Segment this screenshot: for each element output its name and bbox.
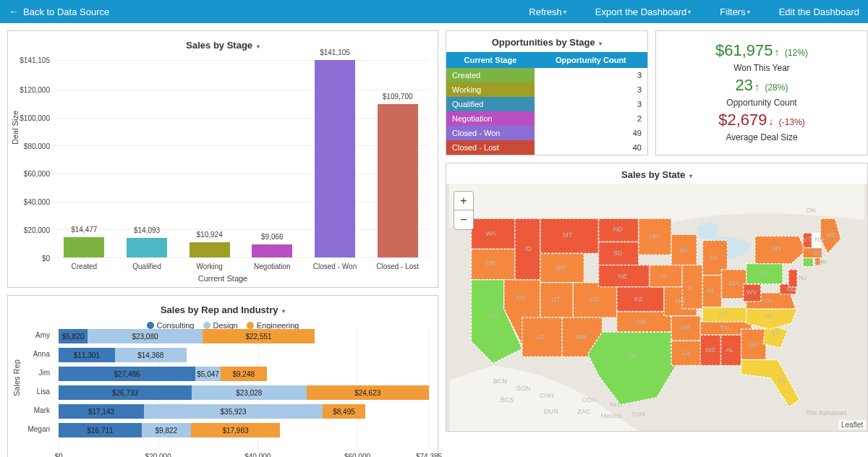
bar-segment-engineering[interactable]: $8,495 [323, 404, 365, 419]
export-menu[interactable]: Export the Dashboard▾ [595, 7, 691, 17]
svg-text:DUR: DUR [544, 408, 558, 415]
bar-segment-design[interactable]: $23,080 [88, 329, 203, 343]
panel-title[interactable]: Sales by State ▾ [446, 163, 867, 184]
cell-stage: Qualified [446, 97, 535, 111]
x-tick-label: Created [55, 262, 113, 270]
bar-segment-consulting[interactable]: $5,820 [59, 329, 88, 343]
filters-menu[interactable]: Filters▾ [720, 7, 749, 17]
table-row[interactable]: Qualified3 [446, 97, 647, 111]
svg-text:FL: FL [778, 376, 786, 383]
bar-segment-design[interactable]: $23,028 [192, 385, 307, 400]
y-tick: $80,000 [24, 142, 50, 150]
bar-segment-consulting[interactable]: $16,711 [59, 423, 142, 437]
stacked-bar-row[interactable]: $27,486$5,047$9,248 [59, 367, 429, 381]
svg-text:RI: RI [820, 258, 827, 265]
back-link[interactable]: ← Back to Data Source [9, 6, 109, 17]
kpi-label: Opportunity Count [662, 98, 861, 108]
panel-title[interactable]: Sales by Rep and Industry ▾ [14, 299, 432, 320]
trend-arrow-icon: ↑ [754, 81, 760, 93]
zoom-in-button[interactable]: + [454, 192, 473, 210]
table-row[interactable]: Working3 [446, 82, 647, 97]
kpi-percent: (28%) [765, 82, 788, 93]
table-row[interactable]: Closed - Won49 [446, 126, 647, 140]
table-row[interactable]: Negotiation2 [446, 111, 647, 126]
table-row[interactable]: Created3 [446, 68, 647, 82]
bar-closed-lost[interactable]: $109,700 [378, 104, 418, 257]
svg-rect-45 [788, 270, 797, 287]
bar-segment-consulting[interactable]: $17,143 [59, 404, 144, 419]
svg-text:GA: GA [749, 341, 760, 348]
caret-down-icon: ▾ [257, 43, 260, 50]
refresh-menu[interactable]: Refresh▾ [529, 7, 566, 17]
svg-text:TAM: TAM [631, 411, 644, 418]
cell-count: 3 [535, 97, 647, 111]
bar-segment-consulting[interactable]: $27,486 [59, 367, 195, 381]
edit-link[interactable]: Edit the Dashboard [779, 7, 859, 17]
svg-text:MO: MO [675, 297, 686, 304]
svg-text:NJ: NJ [799, 274, 807, 281]
map[interactable]: + − ON Mexico TAM COA NLE ZAC CHH [446, 184, 867, 431]
stacked-bar-row[interactable]: $11,301$14,368 [59, 348, 429, 362]
panel-title[interactable]: Opportunities by Stage ▾ [446, 31, 647, 52]
bar-segment-engineering[interactable]: $9,248 [221, 367, 267, 381]
bar-segment-design[interactable]: $35,923 [144, 404, 323, 419]
y-tick-label: Megan [8, 425, 54, 433]
stacked-bar-row[interactable]: $17,143$35,923$8,495 [59, 404, 429, 419]
stacked-bar-row[interactable]: $16,711$9,822$17,983 [59, 423, 429, 437]
bar-negotiation[interactable]: $9,066 [252, 244, 292, 257]
x-axis-title: Current Stage [8, 274, 438, 283]
svg-text:SD: SD [613, 249, 623, 257]
svg-text:PA: PA [760, 270, 768, 277]
bar-created[interactable]: $14,477 [64, 237, 104, 257]
svg-text:LA: LA [682, 349, 691, 356]
table-row[interactable]: Closed - Lost40 [446, 140, 647, 155]
bar-qualified[interactable]: $14,093 [127, 238, 167, 257]
svg-rect-46 [803, 258, 813, 267]
bar-segment-design[interactable]: $14,368 [115, 348, 187, 362]
bar-segment-engineering[interactable]: $22,551 [203, 329, 315, 343]
y-tick: $120,000 [20, 85, 50, 93]
arrow-left-icon: ← [9, 6, 19, 17]
bar-segment-engineering[interactable]: $24,623 [307, 385, 429, 400]
y-tick: $100,000 [20, 114, 50, 121]
cell-stage: Created [446, 68, 535, 82]
col-header-count: Opportunity Count [535, 52, 647, 68]
kpi-value: $2,679 [718, 111, 767, 129]
svg-text:NY: NY [773, 245, 782, 252]
svg-text:VT: VT [803, 236, 812, 243]
caret-down-icon: ▾ [599, 40, 602, 47]
dashboard: Sales by Stage ▾ Deal Size $0$20,000$40,… [0, 23, 868, 457]
caret-down-icon: ▾ [747, 9, 750, 15]
stacked-bar-row[interactable]: $26,733$23,028$24,623 [59, 385, 429, 400]
bar-segment-consulting[interactable]: $26,733 [59, 385, 192, 400]
bar-chart-plot: $14,477Created$14,093Qualified$10,924Wor… [53, 60, 429, 258]
back-label: Back to Data Source [23, 7, 109, 17]
svg-text:BCN: BCN [493, 377, 507, 385]
cell-stage: Working [446, 82, 535, 97]
kpi-panel: $61,975↑ (12%)Won This Year23↑ (28%)Oppo… [655, 30, 868, 155]
bar-segment-consulting[interactable]: $11,301 [59, 348, 115, 362]
panel-title[interactable]: Sales by Stage ▾ [14, 34, 432, 55]
bar-closed-won[interactable]: $141,105 [315, 60, 355, 257]
x-tick: $40,000 [244, 453, 271, 457]
bar-segment-design[interactable]: $5,047 [195, 367, 221, 381]
bar-working[interactable]: $10,924 [190, 242, 230, 257]
cell-stage: Closed - Won [446, 126, 535, 140]
svg-text:IN: IN [707, 287, 713, 294]
y-tick-label: Jim [8, 369, 54, 377]
leaflet-attribution[interactable]: Leaflet [838, 420, 866, 430]
svg-text:COA: COA [582, 396, 597, 403]
bar-segment-design[interactable]: $9,822 [142, 423, 191, 437]
svg-text:KS: KS [634, 296, 643, 303]
kpi-percent: (-13%) [779, 117, 805, 127]
stacked-bar-row[interactable]: $5,820$23,080$22,551 [59, 329, 429, 343]
y-tick-label: Amy [8, 331, 54, 339]
zoom-control: + − [454, 191, 474, 230]
caret-down-icon: ▾ [689, 173, 692, 179]
svg-text:MT: MT [563, 231, 573, 239]
bar-value-label: $9,066 [252, 233, 292, 241]
sales-by-stage-panel: Sales by Stage ▾ Deal Size $0$20,000$40,… [7, 30, 438, 288]
bar-segment-engineering[interactable]: $17,983 [191, 423, 281, 437]
cell-count: 49 [535, 126, 647, 140]
zoom-out-button[interactable]: − [454, 210, 473, 229]
